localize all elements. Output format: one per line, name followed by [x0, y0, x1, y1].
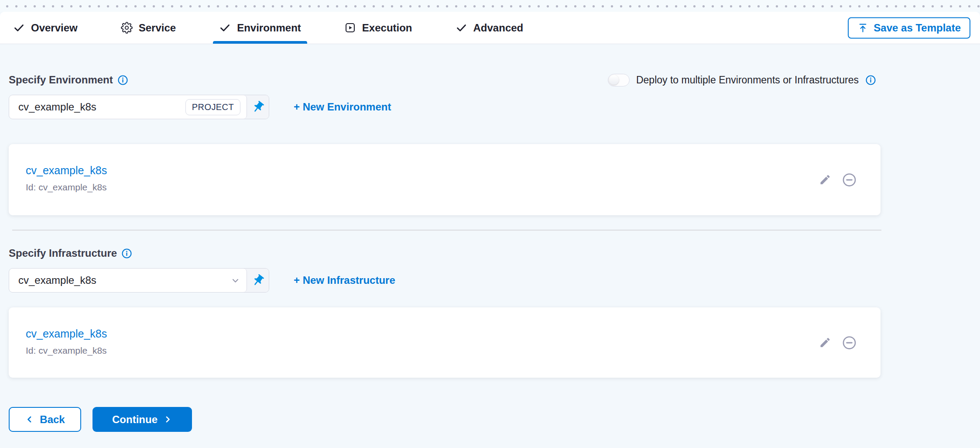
section-divider: [12, 230, 881, 231]
environment-card: cv_example_k8s Id: cv_example_k8s: [9, 144, 881, 215]
toggle-label: Deploy to multiple Environments or Infra…: [636, 74, 859, 86]
edit-infrastructure-button[interactable]: [819, 337, 831, 349]
tab-label: Service: [139, 22, 176, 34]
info-circle-icon[interactable]: [117, 75, 128, 86]
save-as-template-button[interactable]: Save as Template: [848, 17, 970, 38]
multi-environment-toggle[interactable]: [608, 74, 630, 86]
tab-service[interactable]: Service: [121, 12, 176, 44]
infrastructure-card: cv_example_k8s Id: cv_example_k8s: [9, 307, 881, 378]
multi-environment-toggle-group: Deploy to multiple Environments or Infra…: [608, 74, 876, 86]
edit-pencil-icon: [819, 337, 831, 349]
infrastructure-select-input[interactable]: cv_example_k8s: [9, 269, 247, 292]
environment-card-title-link[interactable]: cv_example_k8s: [26, 164, 107, 177]
edit-environment-button[interactable]: [819, 174, 831, 186]
pushpin-icon: [251, 100, 265, 114]
environment-card-actions: [819, 172, 857, 187]
tab-environment[interactable]: Environment: [219, 12, 301, 44]
environment-select-value: cv_example_k8s: [18, 101, 96, 113]
save-as-template-label: Save as Template: [874, 22, 961, 34]
remove-environment-button[interactable]: [842, 172, 857, 187]
wizard-footer: Back Continue: [9, 407, 971, 432]
environment-select-input[interactable]: cv_example_k8s PROJECT: [9, 95, 247, 119]
section-label: Specify Environment: [9, 74, 113, 86]
toggle-knob: [609, 75, 619, 85]
remove-infrastructure-button[interactable]: [842, 335, 857, 350]
input-type-pin-button[interactable]: [247, 95, 269, 119]
environment-tab-panel: Specify Environment Deploy to multiple E…: [0, 73, 980, 432]
play-square-icon: [344, 22, 356, 34]
tab-advanced[interactable]: Advanced: [456, 12, 524, 44]
remove-minus-circle-icon: [842, 335, 857, 350]
environment-section-header: Specify Environment Deploy to multiple E…: [9, 73, 971, 86]
section-label: Specify Infrastructure: [9, 247, 117, 259]
scope-badge: PROJECT: [185, 99, 240, 115]
infrastructure-section-header: Specify Infrastructure: [9, 247, 971, 260]
info-circle-icon[interactable]: [121, 248, 132, 259]
back-label: Back: [40, 414, 65, 426]
continue-label: Continue: [112, 414, 158, 426]
infrastructure-select-value: cv_example_k8s: [18, 274, 96, 286]
tab-label: Overview: [31, 22, 78, 34]
info-circle-icon[interactable]: [865, 75, 876, 86]
gear-icon: [121, 22, 133, 34]
check-icon: [13, 22, 25, 34]
stage-tab-bar: Overview Service Environment Execution: [0, 12, 980, 44]
remove-minus-circle-icon: [842, 172, 857, 187]
infrastructure-card-actions: [819, 335, 857, 350]
environment-input-row: cv_example_k8s PROJECT + New Environment: [9, 95, 971, 119]
edit-pencil-icon: [819, 174, 831, 186]
continue-button[interactable]: Continue: [93, 407, 192, 432]
tab-execution[interactable]: Execution: [344, 12, 412, 44]
environment-select: cv_example_k8s PROJECT: [9, 95, 269, 119]
infrastructure-card-title-link[interactable]: cv_example_k8s: [26, 327, 107, 340]
tab-label: Advanced: [473, 22, 524, 34]
check-icon: [456, 22, 467, 34]
infrastructure-input-row: cv_example_k8s + New Infrastructure: [9, 268, 971, 293]
chevron-down-icon: [230, 276, 240, 286]
new-environment-link[interactable]: + New Environment: [294, 101, 391, 113]
tab-overview[interactable]: Overview: [13, 12, 78, 44]
tab-label: Execution: [362, 22, 412, 34]
input-type-pin-button[interactable]: [247, 269, 269, 292]
upload-icon: [857, 22, 868, 33]
tab-label: Environment: [237, 22, 301, 34]
chevron-left-icon: [25, 415, 34, 424]
environment-card-id: Id: cv_example_k8s: [26, 182, 881, 193]
infrastructure-card-id: Id: cv_example_k8s: [26, 345, 881, 356]
new-infrastructure-link[interactable]: + New Infrastructure: [294, 274, 395, 286]
infrastructure-select: cv_example_k8s: [9, 268, 269, 293]
chevron-right-icon: [163, 415, 172, 424]
back-button[interactable]: Back: [9, 407, 81, 432]
check-icon: [219, 22, 231, 34]
pushpin-icon: [251, 274, 265, 287]
dotted-separator: [0, 0, 980, 12]
